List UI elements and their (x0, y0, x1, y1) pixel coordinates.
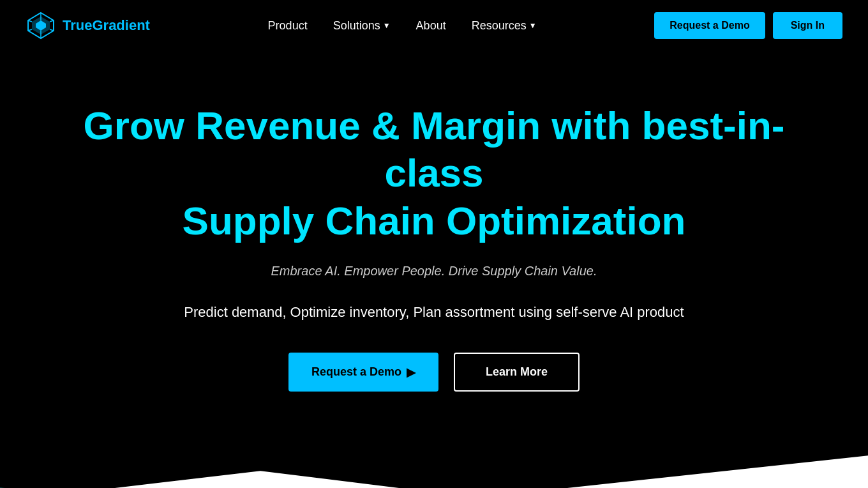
hero-title: Grow Revenue & Margin with best-in-class… (83, 102, 785, 245)
hero-learn-more-button[interactable]: Learn More (454, 353, 580, 392)
logo-text: TrueGradient (63, 17, 150, 34)
nav-about[interactable]: About (416, 19, 446, 33)
navbar-signin-button[interactable]: Sign In (773, 12, 842, 39)
hero-demo-button[interactable]: Request a Demo ▶ (288, 353, 438, 392)
nav-solutions[interactable]: Solutions ▼ (333, 19, 391, 33)
wave-divider (0, 455, 868, 488)
hero-section: Grow Revenue & Margin with best-in-class… (0, 51, 868, 455)
navbar: TrueGradient Product Solutions ▼ About R… (0, 0, 868, 51)
nav-resources[interactable]: Resources ▼ (472, 19, 537, 33)
demo-arrow-icon: ▶ (407, 365, 415, 379)
logo-link[interactable]: TrueGradient (26, 10, 150, 41)
truegradient-logo-icon (26, 10, 56, 41)
hero-description: Predict demand, Optimize inventory, Plan… (26, 304, 842, 321)
wave-teal-accent (0, 468, 191, 488)
hero-cta-group: Request a Demo ▶ Learn More (26, 353, 842, 392)
hero-subtitle: Embrace AI. Empower People. Drive Supply… (26, 264, 842, 278)
nav-product[interactable]: Product (268, 19, 308, 33)
navbar-demo-button[interactable]: Request a Demo (654, 12, 765, 39)
nav-links: Product Solutions ▼ About Resources ▼ (268, 19, 537, 33)
navbar-actions: Request a Demo Sign In (654, 12, 842, 39)
solutions-dropdown-arrow: ▼ (383, 21, 391, 30)
resources-dropdown-arrow: ▼ (529, 21, 537, 30)
